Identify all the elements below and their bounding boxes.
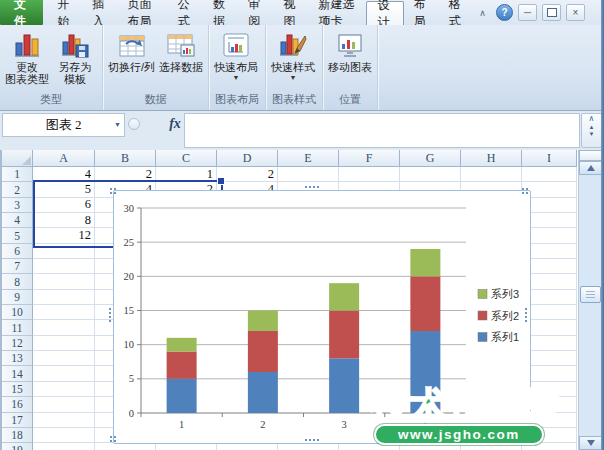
minimize-button[interactable]: ─ <box>518 4 537 21</box>
cell-A8[interactable] <box>33 274 95 289</box>
scrollbar-thumb[interactable] <box>580 286 601 303</box>
cell-D19[interactable] <box>217 443 278 450</box>
cell-A14[interactable] <box>33 366 95 381</box>
tab-insert[interactable]: 插入 <box>82 0 117 25</box>
cell-A12[interactable] <box>33 336 95 351</box>
cell-A16[interactable] <box>33 397 95 412</box>
cell-A10[interactable] <box>33 305 95 320</box>
column-header-E[interactable]: E <box>278 150 339 167</box>
row-header-2[interactable]: 2 <box>2 182 33 197</box>
cell-D1[interactable]: 2 <box>217 167 278 182</box>
restore-button[interactable] <box>542 4 561 21</box>
column-header-C[interactable]: C <box>156 150 217 167</box>
row-header-15[interactable]: 15 <box>2 382 33 397</box>
row-header-12[interactable]: 12 <box>2 336 33 351</box>
insert-function-button[interactable]: fx <box>166 114 184 134</box>
move-chart-button[interactable]: 移动图表 <box>326 28 374 74</box>
row-header-4[interactable]: 4 <box>2 213 33 228</box>
tab-home[interactable]: 开始 <box>47 0 82 25</box>
row-header-13[interactable]: 13 <box>2 351 33 366</box>
row-header-10[interactable]: 10 <box>2 305 33 320</box>
cell-A19[interactable] <box>33 443 95 450</box>
cell-G1[interactable] <box>400 167 461 182</box>
cell-A17[interactable] <box>33 413 95 428</box>
cell-B1[interactable]: 2 <box>95 167 156 182</box>
row-header-16[interactable]: 16 <box>2 397 33 412</box>
quick-styles-button[interactable]: 快速样式▼ <box>269 28 317 82</box>
cell-A11[interactable] <box>33 320 95 335</box>
row-header-8[interactable]: 8 <box>2 274 33 289</box>
row-header-17[interactable]: 17 <box>2 413 33 428</box>
cell-A15[interactable] <box>33 382 95 397</box>
formula-input[interactable] <box>184 113 580 148</box>
name-box-dropdown-icon[interactable]: ▼ <box>114 121 121 129</box>
chart-selection-handle[interactable] <box>305 186 319 188</box>
scrollbar-track[interactable] <box>579 175 602 436</box>
cell-C19[interactable] <box>156 443 217 450</box>
row-header-14[interactable]: 14 <box>2 366 33 381</box>
save-as-template-button[interactable]: 另存为模板 <box>51 28 99 86</box>
column-header-B[interactable]: B <box>95 150 156 167</box>
cell-B19[interactable] <box>95 443 156 450</box>
formula-bar-expand-control[interactable]: ∧ ▲ ▼ <box>581 113 602 148</box>
tab-layout[interactable]: 布局 <box>404 0 439 25</box>
cell-A2[interactable]: 5 <box>33 182 95 197</box>
tab-review[interactable]: 审阅 <box>238 0 273 25</box>
cell-I1[interactable] <box>522 167 577 182</box>
tab-view[interactable]: 视图 <box>273 0 308 25</box>
scroll-down-button[interactable] <box>579 436 602 450</box>
name-box[interactable]: 图表 2 ▼ <box>2 113 125 137</box>
change-chart-type-button[interactable]: 更改图表类型 <box>3 28 51 86</box>
help-icon[interactable]: ? <box>496 4 513 21</box>
cell-A7[interactable] <box>33 259 95 274</box>
scrollbar-split-box[interactable] <box>579 150 602 161</box>
row-header-6[interactable]: 6 <box>2 244 33 259</box>
vertical-scrollbar[interactable] <box>578 150 602 450</box>
tab-format[interactable]: 格式 <box>439 0 474 25</box>
cell-A3[interactable]: 6 <box>33 198 95 213</box>
column-header-F[interactable]: F <box>339 150 400 167</box>
tab-file[interactable]: 文件 <box>0 0 43 25</box>
chart-selection-handle[interactable] <box>109 308 111 322</box>
row-header-11[interactable]: 11 <box>2 320 33 335</box>
collapse-ribbon-icon[interactable]: ∧ <box>474 5 491 20</box>
cell-C1[interactable]: 1 <box>156 167 217 182</box>
cell-A4[interactable]: 8 <box>33 213 95 228</box>
cell-E19[interactable] <box>278 443 339 450</box>
select-data-button[interactable]: 选择数据 <box>157 28 205 74</box>
row-header-1[interactable]: 1 <box>2 167 33 182</box>
column-header-G[interactable]: G <box>400 150 461 167</box>
cell-A9[interactable] <box>33 290 95 305</box>
cell-A5[interactable]: 12 <box>33 228 95 243</box>
chart-selection-handle[interactable] <box>522 188 528 194</box>
switch-row-column-button[interactable]: 切换行/列 <box>106 28 157 74</box>
column-header-I[interactable]: I <box>522 150 577 167</box>
chart-selection-handle[interactable] <box>110 188 116 194</box>
cell-E1[interactable] <box>278 167 339 182</box>
tab-formulas[interactable]: 公式 <box>168 0 203 25</box>
cell-A6[interactable] <box>33 244 95 259</box>
tab-design[interactable]: 设计 <box>366 1 403 25</box>
quick-layout-button[interactable]: 快速布局▼ <box>212 28 260 82</box>
cell-H1[interactable] <box>461 167 522 182</box>
row-header-9[interactable]: 9 <box>2 290 33 305</box>
chart-selection-handle[interactable] <box>110 436 116 442</box>
row-header-5[interactable]: 5 <box>2 228 33 243</box>
cell-A18[interactable] <box>33 428 95 443</box>
cell-F1[interactable] <box>339 167 400 182</box>
scroll-up-button[interactable] <box>579 161 602 175</box>
close-button[interactable]: × <box>566 4 585 21</box>
chart-selection-handle[interactable] <box>525 308 527 322</box>
cell-A1[interactable]: 4 <box>33 167 95 182</box>
select-all-corner[interactable] <box>2 150 33 167</box>
column-header-H[interactable]: H <box>461 150 522 167</box>
tab-data[interactable]: 数据 <box>203 0 238 25</box>
column-header-A[interactable]: A <box>33 150 95 167</box>
cell-A13[interactable] <box>33 351 95 366</box>
row-header-7[interactable]: 7 <box>2 259 33 274</box>
column-header-D[interactable]: D <box>217 150 278 167</box>
tab-new-tab[interactable]: 新建选项卡 <box>309 0 367 25</box>
chart-selection-handle[interactable] <box>305 439 319 441</box>
row-header-19[interactable]: 19 <box>2 443 33 450</box>
tab-page-layout[interactable]: 页面布局 <box>118 0 168 25</box>
